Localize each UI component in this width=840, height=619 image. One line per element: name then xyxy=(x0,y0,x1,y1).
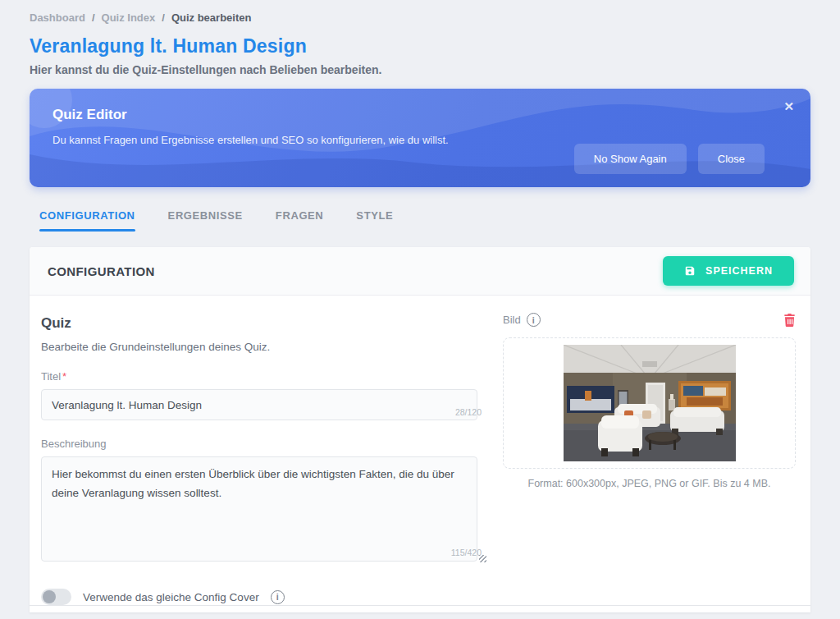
section-subtitle: Bearbeite die Grundeinstellungen deines … xyxy=(41,341,488,353)
configuration-card: CONFIGURATION SPEICHERN Quiz Bearbeite d… xyxy=(30,247,810,612)
save-button-label: SPEICHERN xyxy=(705,265,773,277)
image-field-header: Bild i xyxy=(503,313,796,327)
section-divider xyxy=(30,605,810,606)
description-field-label: Beschreibung xyxy=(41,438,488,450)
description-textarea[interactable]: Hier bekommst du einen ersten Überblick … xyxy=(41,456,477,562)
save-button[interactable]: SPEICHERN xyxy=(663,256,794,286)
title-char-counter: 28/120 xyxy=(455,407,482,417)
no-show-again-button[interactable]: No Show Again xyxy=(574,144,687,174)
description-input-wrap: Hier bekommst du einen ersten Überblick … xyxy=(41,456,488,565)
title-input-wrap: 28/120 xyxy=(41,389,488,420)
image-format-hint: Format: 600x300px, JPEG, PNG or GIF. Bis… xyxy=(503,478,796,489)
toggle-knob xyxy=(43,590,56,603)
title-label-text: Titel xyxy=(41,370,61,383)
tab-style[interactable]: STYLE xyxy=(356,209,393,232)
title-field-label: Titel* xyxy=(41,370,488,383)
banner-close-button[interactable]: Close xyxy=(698,144,765,174)
configuration-form: Quiz Bearbeite die Grundeinstellungen de… xyxy=(30,296,810,605)
quiz-cover-photo xyxy=(564,345,736,461)
image-dropzone[interactable] xyxy=(503,337,796,469)
breadcrumb-separator: / xyxy=(162,11,165,24)
description-char-counter: 115/420 xyxy=(451,548,482,557)
required-asterisk: * xyxy=(62,370,66,383)
quiz-settings-column: Quiz Bearbeite die Grundeinstellungen de… xyxy=(41,315,488,605)
tab-configuration[interactable]: CONFIGURATION xyxy=(39,209,135,232)
breadcrumb-separator: / xyxy=(92,11,95,24)
info-icon[interactable]: i xyxy=(271,590,285,604)
tab-bar: CONFIGURATION ERGEBNISSE FRAGEN STYLE xyxy=(30,209,810,232)
breadcrumb-quiz-index[interactable]: Quiz Index xyxy=(102,11,156,24)
resize-grip-icon[interactable] xyxy=(479,555,486,562)
trash-icon xyxy=(783,314,796,327)
quiz-image-column: Bild i xyxy=(488,315,796,605)
configuration-card-header: CONFIGURATION SPEICHERN xyxy=(30,247,810,296)
quiz-editor-banner: Quiz Editor Du kannst Fragen und Ergebni… xyxy=(30,89,810,187)
close-icon[interactable]: ✕ xyxy=(783,100,794,112)
breadcrumb-quiz-bearbeiten: Quiz bearbeiten xyxy=(171,11,252,24)
breadcrumb: Dashboard / Quiz Index / Quiz bearbeiten xyxy=(30,11,810,24)
page-subtitle: Hier kannst du die Quiz-Einstellungen na… xyxy=(30,63,810,76)
title-input[interactable] xyxy=(41,389,477,420)
info-icon[interactable]: i xyxy=(527,313,541,327)
section-title: Quiz xyxy=(41,315,488,332)
config-cover-toggle-label: Verwende das gleiche Config Cover xyxy=(83,591,259,603)
configuration-card-title: CONFIGURATION xyxy=(48,264,155,278)
banner-title: Quiz Editor xyxy=(52,107,810,123)
page-title: Veranlagung lt. Human Design xyxy=(30,35,810,57)
config-cover-toggle-row: Verwende das gleiche Config Cover i xyxy=(41,589,488,605)
tab-fragen[interactable]: FRAGEN xyxy=(276,209,324,232)
delete-image-button[interactable] xyxy=(783,314,796,327)
tab-ergebnisse[interactable]: ERGEBNISSE xyxy=(168,209,243,232)
banner-buttons: No Show Again Close xyxy=(574,144,765,174)
config-cover-toggle[interactable] xyxy=(41,589,71,605)
save-floppy-icon xyxy=(684,265,696,277)
image-field-label: Bild xyxy=(503,314,521,326)
breadcrumb-dashboard[interactable]: Dashboard xyxy=(30,11,85,24)
quiz-edit-page: Dashboard / Quiz Index / Quiz bearbeiten… xyxy=(0,0,840,619)
